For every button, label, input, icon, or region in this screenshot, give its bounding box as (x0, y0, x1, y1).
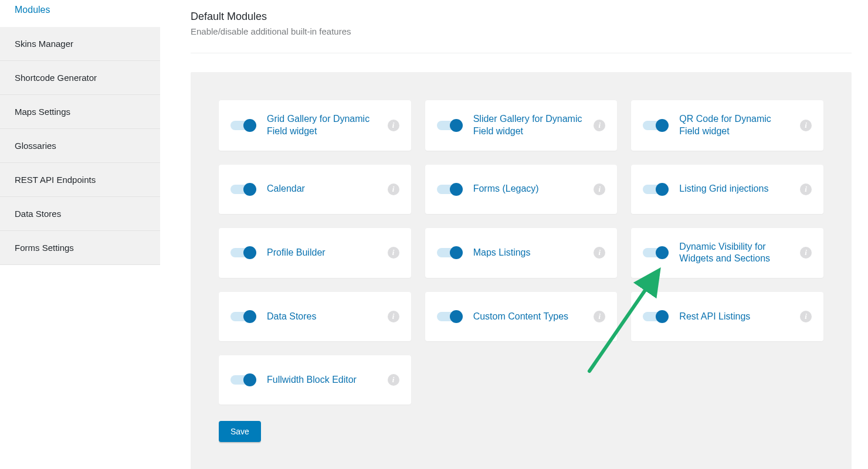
module-label: Forms (Legacy) (463, 183, 594, 195)
module-toggle[interactable] (437, 119, 463, 132)
divider (191, 53, 852, 53)
module-label: Grid Gallery for Dynamic Field widget (256, 113, 388, 138)
module-card: Dynamic Visibility for Widgets and Secti… (631, 228, 823, 278)
sidebar-item-modules[interactable]: Modules (0, 0, 160, 27)
module-toggle[interactable] (230, 246, 256, 259)
module-label: Rest API Listings (669, 311, 800, 323)
toggle-knob (656, 183, 669, 196)
module-toggle[interactable] (437, 246, 463, 259)
sidebar-item-rest-api-endpoints[interactable]: REST API Endpoints (0, 163, 160, 197)
page-title: Default Modules (191, 11, 852, 23)
sidebar-item-data-stores[interactable]: Data Stores (0, 197, 160, 231)
info-icon[interactable]: i (800, 120, 812, 131)
info-icon[interactable]: i (594, 247, 605, 259)
toggle-knob (243, 119, 256, 132)
info-icon[interactable]: i (800, 247, 812, 259)
sidebar-item-shortcode-generator[interactable]: Shortcode Generator (0, 61, 160, 95)
sidebar-item-skins-manager[interactable]: Skins Manager (0, 27, 160, 61)
toggle-knob (450, 310, 463, 323)
info-icon[interactable]: i (800, 311, 812, 322)
module-card: Calendari (219, 165, 411, 214)
toggle-knob (243, 246, 256, 259)
module-toggle[interactable] (643, 310, 669, 323)
module-label: Slider Gallery for Dynamic Field widget (463, 113, 594, 138)
module-card: QR Code for Dynamic Field widgeti (631, 100, 823, 151)
info-icon[interactable]: i (594, 311, 605, 322)
toggle-knob (656, 246, 669, 259)
module-card: Listing Grid injectionsi (631, 165, 823, 214)
module-toggle[interactable] (230, 183, 256, 196)
module-label: Calendar (256, 183, 388, 195)
module-card: Rest API Listingsi (631, 292, 823, 341)
module-card: Custom Content Typesi (425, 292, 618, 341)
module-toggle[interactable] (643, 246, 669, 259)
module-label: Profile Builder (256, 247, 388, 259)
module-toggle[interactable] (230, 373, 256, 386)
toggle-knob (243, 183, 256, 196)
module-label: Data Stores (256, 311, 388, 323)
info-icon[interactable]: i (800, 183, 812, 195)
module-toggle[interactable] (437, 310, 463, 323)
info-icon[interactable]: i (388, 374, 399, 386)
module-label: Listing Grid injections (669, 183, 800, 195)
toggle-knob (656, 119, 669, 132)
module-card: Forms (Legacy)i (425, 165, 618, 214)
module-card: Data Storesi (219, 292, 411, 341)
sidebar-item-forms-settings[interactable]: Forms Settings (0, 231, 160, 265)
module-label: QR Code for Dynamic Field widget (669, 113, 800, 138)
module-card: Maps Listingsi (425, 228, 618, 278)
module-label: Maps Listings (463, 247, 594, 259)
module-card: Profile Builderi (219, 228, 411, 278)
info-icon[interactable]: i (388, 311, 399, 322)
toggle-knob (243, 373, 256, 386)
module-toggle[interactable] (643, 119, 669, 132)
toggle-knob (450, 246, 463, 259)
module-card: Slider Gallery for Dynamic Field widgeti (425, 100, 618, 151)
toggle-knob (450, 183, 463, 196)
main-content: Default Modules Enable/disable additiona… (160, 0, 868, 469)
toggle-knob (450, 119, 463, 132)
save-button[interactable]: Save (219, 421, 261, 442)
module-card: Fullwidth Block Editori (219, 355, 411, 405)
toggle-knob (243, 310, 256, 323)
sidebar-item-glossaries[interactable]: Glossaries (0, 129, 160, 163)
module-toggle[interactable] (643, 183, 669, 196)
modules-panel: Grid Gallery for Dynamic Field widgetiSl… (191, 72, 852, 469)
info-icon[interactable]: i (388, 247, 399, 259)
module-label: Dynamic Visibility for Widgets and Secti… (669, 241, 800, 266)
sidebar-item-maps-settings[interactable]: Maps Settings (0, 95, 160, 129)
page-subtitle: Enable/disable additional built-in featu… (191, 26, 852, 36)
module-toggle[interactable] (230, 119, 256, 132)
sidebar: Modules Skins Manager Shortcode Generato… (0, 0, 160, 469)
info-icon[interactable]: i (388, 183, 399, 195)
module-toggle[interactable] (437, 183, 463, 196)
info-icon[interactable]: i (388, 120, 399, 131)
toggle-knob (656, 310, 669, 323)
info-icon[interactable]: i (594, 120, 605, 131)
module-card: Grid Gallery for Dynamic Field widgeti (219, 100, 411, 151)
module-label: Custom Content Types (463, 311, 594, 323)
module-toggle[interactable] (230, 310, 256, 323)
info-icon[interactable]: i (594, 183, 605, 195)
module-label: Fullwidth Block Editor (256, 374, 388, 386)
